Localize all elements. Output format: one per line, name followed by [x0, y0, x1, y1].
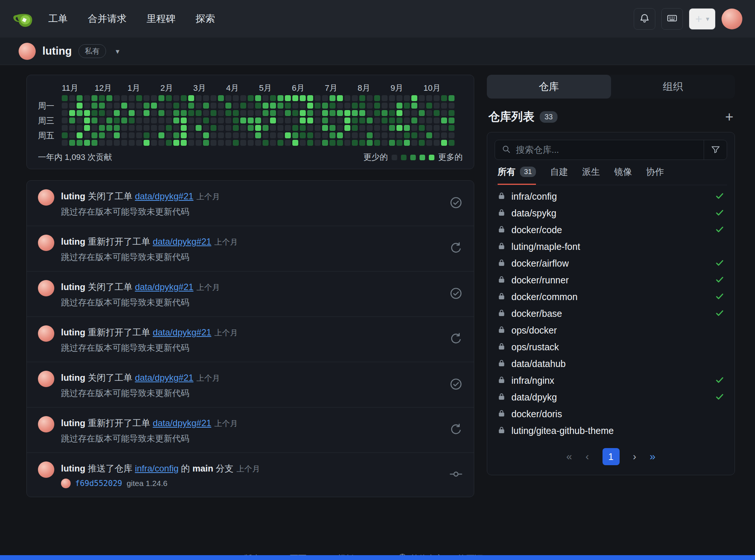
actor-link[interactable]: luting: [61, 282, 85, 292]
actor-link[interactable]: luting: [61, 373, 85, 383]
tab-repositories[interactable]: 仓库: [487, 75, 611, 99]
repo-list-item[interactable]: data/dpykg: [495, 389, 727, 406]
heatmap-cell: [188, 125, 194, 131]
repo-list-item[interactable]: data/datahub: [495, 355, 727, 372]
target-link[interactable]: data/dpykg#21: [153, 418, 211, 428]
actor-link[interactable]: luting: [61, 327, 85, 337]
repo-list-item[interactable]: luting/gitea-github-theme: [495, 422, 727, 439]
repo-filter-sources[interactable]: 自建: [550, 160, 568, 185]
filter-label: 协作: [646, 166, 664, 178]
actor-link[interactable]: luting: [61, 191, 85, 201]
actor-link[interactable]: luting: [61, 418, 85, 428]
profile-avatar[interactable]: [19, 43, 36, 60]
repo-list-item[interactable]: infra/nginx: [495, 372, 727, 389]
create-new-dropdown[interactable]: + ▾: [689, 8, 716, 30]
heatmap-cell: [434, 110, 440, 116]
new-repo-button[interactable]: +: [725, 110, 733, 124]
branch-name: main: [192, 463, 213, 473]
repo-list-item[interactable]: docker/runner: [495, 272, 727, 289]
tab-organizations[interactable]: 组织: [611, 75, 735, 99]
actor-avatar[interactable]: [38, 461, 54, 478]
heatmap-cell: [270, 110, 276, 116]
user-avatar-menu[interactable]: [722, 9, 742, 29]
nav-link-merge-requests[interactable]: 合并请求: [88, 12, 126, 25]
repo-link[interactable]: docker/airflow: [511, 258, 569, 269]
target-link[interactable]: data/dpykg#21: [153, 236, 211, 247]
activity-body: luting 关闭了工单 data/dpykg#21上个月跳过存在版本可能导致未…: [61, 371, 220, 399]
actor-avatar[interactable]: [38, 371, 54, 387]
nav-link-milestones[interactable]: 里程碑: [147, 12, 176, 25]
repo-list-item[interactable]: docker/base: [495, 305, 727, 322]
repo-list-item[interactable]: docker/common: [495, 289, 727, 305]
heatmap-cell: [263, 132, 269, 138]
repo-filter-button[interactable]: [704, 140, 727, 160]
repo-list-item[interactable]: infra/config: [495, 188, 727, 205]
repo-list-item[interactable]: docker/code: [495, 222, 727, 238]
notifications-button[interactable]: [634, 8, 655, 30]
repo-link[interactable]: docker/code: [511, 225, 562, 235]
heatmap-cell: [255, 140, 261, 146]
actor-link[interactable]: luting: [61, 236, 85, 247]
heatmap-cell: [389, 103, 395, 109]
repo-link[interactable]: luting/maple-font: [511, 241, 580, 252]
repo-list-item[interactable]: data/spykg: [495, 205, 727, 222]
repo-link[interactable]: ops/docker: [511, 325, 557, 336]
repo-link[interactable]: docker/runner: [511, 275, 569, 286]
repo-list-item[interactable]: docker/doris: [495, 406, 727, 422]
repo-link[interactable]: docker/base: [511, 308, 562, 319]
repo-search-field[interactable]: [495, 140, 704, 160]
actor-avatar[interactable]: [38, 189, 54, 206]
repo-link[interactable]: luting/gitea-github-theme: [511, 425, 614, 436]
repo-link[interactable]: ops/rustack: [511, 342, 559, 353]
heatmap-cell: [449, 103, 454, 109]
repo-list-item[interactable]: docker/airflow: [495, 255, 727, 272]
repo-filter-forks[interactable]: 派生: [582, 160, 600, 185]
repo-list-item[interactable]: ops/docker: [495, 322, 727, 339]
target-link[interactable]: data/dpykg#21: [135, 191, 193, 201]
target-link[interactable]: data/dpykg#21: [153, 327, 211, 337]
target-link[interactable]: data/dpykg#21: [135, 373, 193, 383]
actor-avatar[interactable]: [38, 235, 54, 251]
target-link[interactable]: data/dpykg#21: [135, 282, 193, 292]
target-link[interactable]: infra/config: [135, 463, 179, 473]
repo-list-item[interactable]: luting/maple-font: [495, 238, 727, 255]
repo-link[interactable]: infra/config: [511, 191, 557, 202]
repo-link[interactable]: data/spykg: [511, 208, 556, 219]
actor-avatar[interactable]: [38, 416, 54, 432]
repo-filter-mirrors[interactable]: 镜像: [614, 160, 632, 185]
actor-avatar[interactable]: [38, 280, 54, 296]
current-page[interactable]: 1: [603, 448, 620, 465]
last-page-button[interactable]: »: [650, 451, 656, 463]
next-page-button[interactable]: ›: [633, 451, 636, 463]
repo-search: [495, 140, 727, 160]
repo-link[interactable]: data/datahub: [511, 358, 566, 369]
actor-avatar[interactable]: [38, 325, 54, 342]
heatmap-cell: [292, 103, 298, 109]
profile-dropdown-caret[interactable]: ▾: [113, 45, 122, 57]
nav-link-explore[interactable]: 探索: [196, 12, 215, 25]
profile-username[interactable]: luting: [42, 45, 72, 57]
keyboard-shortcuts-button[interactable]: [661, 8, 683, 30]
repo-link[interactable]: docker/common: [511, 292, 578, 302]
repo-filter-all[interactable]: 所有31: [498, 160, 536, 185]
first-page-button[interactable]: «: [566, 451, 572, 463]
heatmap-cell: [307, 125, 313, 131]
top-navbar: 工单合并请求里程碑探索 + ▾: [0, 0, 755, 38]
legend-swatch: [392, 155, 397, 160]
gitea-logo-icon[interactable]: [13, 9, 33, 29]
repo-list-item[interactable]: ops/rustack: [495, 339, 727, 355]
heatmap-cell: [382, 118, 388, 123]
heatmap-cell: [441, 132, 447, 138]
activity-title: luting 重新打开了工单 data/dpykg#21上个月: [61, 327, 238, 338]
prev-page-button[interactable]: ‹: [585, 451, 589, 463]
repo-filter-collaborative[interactable]: 协作: [646, 160, 664, 185]
repo-link[interactable]: infra/nginx: [511, 375, 554, 386]
actor-link[interactable]: luting: [61, 463, 85, 473]
heatmap-cell: [173, 103, 179, 109]
commit-hash-link[interactable]: f69d552029: [75, 479, 122, 488]
heatmap-cell: [352, 132, 358, 138]
repo-search-input[interactable]: [516, 145, 697, 155]
nav-link-issues[interactable]: 工单: [48, 12, 68, 25]
repo-link[interactable]: data/dpykg: [511, 392, 557, 403]
repo-link[interactable]: docker/doris: [511, 409, 562, 419]
